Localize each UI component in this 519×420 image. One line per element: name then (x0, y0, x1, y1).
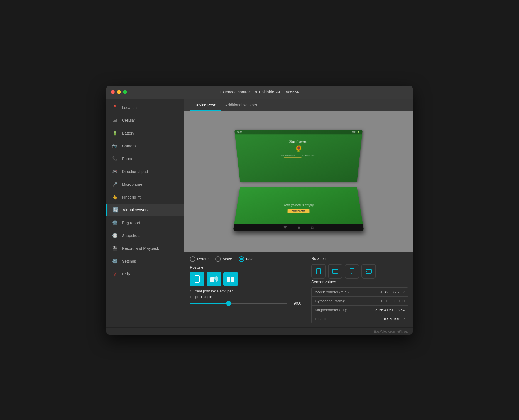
rotate-radio[interactable]: Rotate (190, 256, 209, 262)
device-preview: 10:11 WiFi 🔋 Sunflower 🌻 MY GARDEN (184, 111, 413, 252)
slider-fill (190, 303, 229, 304)
move-radio-circle (215, 256, 221, 262)
slider-value: 90.0 (290, 301, 301, 306)
accelerometer-label: Accelerometer (m/s²): (315, 290, 350, 294)
controls-panel: Rotate Move Fold Posture (184, 252, 307, 327)
slider-thumb[interactable] (226, 301, 231, 306)
snapshots-icon: 🕐 (112, 233, 118, 239)
gyroscope-row: Gyroscope (rad/s): 0.00 0.00 0.00 (312, 297, 408, 306)
sidebar-label-snapshots: Snapshots (122, 233, 140, 238)
sidebar-label-fingerprint: Fingerprint (122, 195, 141, 199)
move-radio[interactable]: Move (215, 256, 232, 262)
sidebar-item-location[interactable]: 📍 Location (106, 101, 184, 114)
rotation-label: Rotation (311, 256, 408, 261)
posture-closed-button[interactable] (190, 272, 204, 286)
sidebar-item-microphone[interactable]: 🎤 Microphone (106, 178, 184, 191)
sidebar-item-help[interactable]: ❓ Help (106, 268, 184, 280)
sidebar-label-phone: Phone (122, 157, 133, 161)
svg-marker-1 (114, 120, 116, 122)
gyroscope-values: 0.00 0.00 0.00 (381, 299, 405, 303)
sidebar-item-camera[interactable]: 📷 Camera (106, 140, 184, 152)
minimize-button[interactable] (117, 90, 121, 94)
svg-rect-8 (231, 277, 234, 282)
sidebar-item-record-playback[interactable]: 🎬 Record and Playback (106, 242, 184, 255)
maximize-button[interactable] (123, 90, 127, 94)
gyroscope-label: Gyroscope (rad/s): (315, 299, 345, 303)
right-panel: Rotation (307, 252, 413, 327)
sidebar-label-cellular: Cellular (122, 118, 135, 123)
sidebar-item-cellular[interactable]: Cellular (106, 114, 184, 127)
titlebar: Extended controls - 8_Foldable_API_30:55… (106, 86, 413, 99)
sensor-values-label: Sensor values (311, 280, 408, 284)
sidebar-item-bug-report[interactable]: ⚙️ Bug report (106, 216, 184, 229)
rotation-row: Rotation: ROTATION_0 (312, 314, 408, 323)
svg-rect-5 (210, 277, 214, 282)
location-icon: 📍 (112, 104, 118, 111)
rotation-portrait-reverse-button[interactable] (345, 264, 359, 279)
rotation-sensor-label: Rotation: (315, 317, 329, 321)
directional-pad-icon: 🎮 (112, 169, 118, 175)
current-posture-text: Current posture: Half-Open (190, 289, 301, 294)
svg-marker-2 (116, 119, 117, 122)
rotation-buttons (311, 264, 408, 279)
virtual-sensors-icon: 🔄 (113, 207, 119, 213)
rotation-section: Rotation (311, 256, 408, 279)
hinge-angle-text: Hinge 1 angle (190, 294, 301, 300)
camera-icon: 📷 (112, 143, 118, 149)
traffic-lights (111, 90, 127, 94)
tab-device-pose[interactable]: Device Pose (190, 99, 221, 111)
tab-bar: Device Pose Additional sensors (184, 99, 413, 111)
sidebar-label-record-playback: Record and Playback (122, 246, 159, 251)
sidebar-label-location: Location (122, 105, 137, 110)
svg-rect-9 (317, 268, 320, 274)
fold-radio-circle (239, 256, 244, 262)
rotation-landscape-left-button[interactable] (328, 264, 342, 279)
cellular-icon (112, 117, 118, 123)
close-button[interactable] (111, 90, 115, 94)
sidebar-item-snapshots[interactable]: 🕐 Snapshots (106, 229, 184, 242)
sidebar-label-help: Help (122, 272, 130, 276)
rotation-portrait-button[interactable] (311, 264, 326, 279)
posture-half-open-button[interactable] (207, 272, 221, 286)
accelerometer-row: Accelerometer (m/s²): -0.42 5.77 7.92 (312, 288, 408, 297)
magnetometer-row: Magnetometer (μT): -9.56 41.61 -23.54 (312, 306, 408, 314)
battery-icon: 🔋 (112, 130, 118, 136)
window-title: Extended controls - 8_Foldable_API_30:55… (220, 90, 299, 94)
sidebar-item-directional-pad[interactable]: 🎮 Directional pad (106, 165, 184, 178)
fingerprint-icon: 👆 (112, 194, 118, 200)
svg-point-12 (352, 273, 352, 274)
bug-report-icon: ⚙️ (112, 220, 118, 226)
sidebar-item-virtual-sensors[interactable]: 🔄 Virtual sensors (106, 204, 184, 216)
sidebar-label-settings: Settings (122, 259, 136, 263)
url-text: https://blog.csdn.net/jklwan (373, 330, 409, 333)
sidebar-item-settings[interactable]: ⚙️ Settings (106, 255, 184, 268)
main-window: Extended controls - 8_Foldable_API_30:55… (106, 86, 413, 335)
sidebar-label-microphone: Microphone (122, 182, 142, 187)
device-lower-half: Your garden is empty ADD PLANT (233, 187, 364, 231)
sidebar-item-phone[interactable]: 📞 Phone (106, 152, 184, 165)
tab-additional-sensors[interactable]: Additional sensors (221, 99, 261, 111)
rotation-landscape-right-button[interactable] (361, 264, 376, 279)
magnetometer-label: Magnetometer (μT): (315, 308, 347, 312)
sidebar-item-fingerprint[interactable]: 👆 Fingerprint (106, 191, 184, 204)
sidebar: 📍 Location Cellular 🔋 Battery 📷 (106, 99, 184, 327)
fold-radio[interactable]: Fold (239, 256, 253, 262)
posture-info: Current posture: Half-Open Hinge 1 angle (190, 289, 301, 300)
sidebar-label-camera: Camera (122, 144, 136, 148)
sunflower-title: Sunflower (289, 139, 308, 143)
svg-marker-0 (113, 121, 114, 122)
sidebar-item-battery[interactable]: 🔋 Battery (106, 127, 184, 140)
sidebar-label-battery: Battery (122, 131, 134, 135)
foldable-device: 10:11 WiFi 🔋 Sunflower 🌻 MY GARDEN (232, 130, 365, 233)
sidebar-label-bug-report: Bug report (122, 221, 140, 225)
posture-buttons (190, 272, 301, 286)
hinge-slider[interactable] (190, 303, 287, 304)
posture-open-button[interactable] (223, 272, 238, 286)
record-playback-icon: 🎬 (112, 245, 118, 251)
microphone-icon: 🎤 (112, 181, 118, 187)
sidebar-label-virtual-sensors: Virtual sensors (123, 208, 148, 212)
settings-icon: ⚙️ (112, 258, 118, 264)
posture-label: Posture (190, 265, 301, 270)
rotate-radio-circle (190, 256, 195, 262)
accelerometer-values: -0.42 5.77 7.92 (380, 290, 405, 294)
